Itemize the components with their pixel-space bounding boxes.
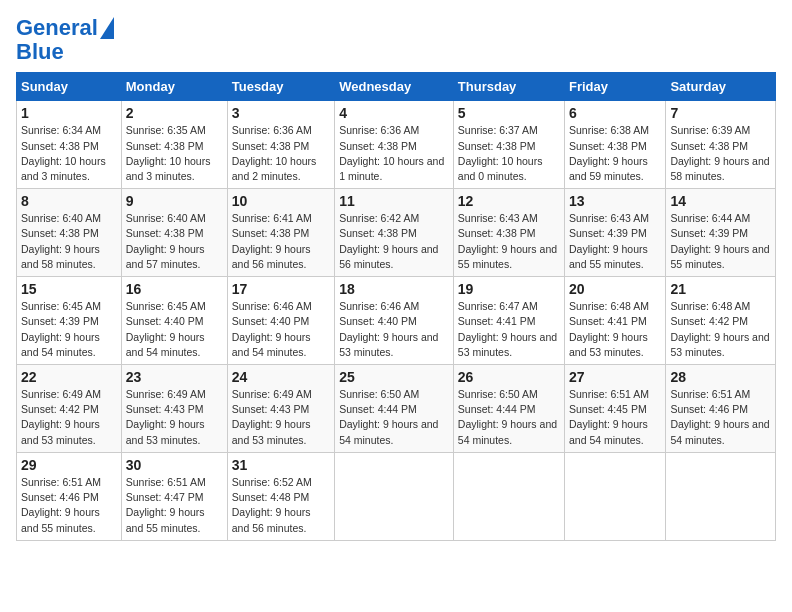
day-info: Sunrise: 6:35 AMSunset: 4:38 PMDaylight:…: [126, 124, 211, 182]
day-info: Sunrise: 6:46 AMSunset: 4:40 PMDaylight:…: [339, 300, 438, 358]
col-header-saturday: Saturday: [666, 73, 776, 101]
day-number: 1: [21, 105, 117, 121]
day-info: Sunrise: 6:34 AMSunset: 4:38 PMDaylight:…: [21, 124, 106, 182]
day-cell: [666, 452, 776, 540]
col-header-tuesday: Tuesday: [227, 73, 334, 101]
day-info: Sunrise: 6:41 AMSunset: 4:38 PMDaylight:…: [232, 212, 312, 270]
day-number: 7: [670, 105, 771, 121]
day-cell: 12 Sunrise: 6:43 AMSunset: 4:38 PMDaylig…: [453, 189, 564, 277]
day-info: Sunrise: 6:49 AMSunset: 4:43 PMDaylight:…: [126, 388, 206, 446]
day-info: Sunrise: 6:38 AMSunset: 4:38 PMDaylight:…: [569, 124, 649, 182]
day-info: Sunrise: 6:40 AMSunset: 4:38 PMDaylight:…: [126, 212, 206, 270]
day-number: 11: [339, 193, 449, 209]
day-info: Sunrise: 6:39 AMSunset: 4:38 PMDaylight:…: [670, 124, 769, 182]
day-cell: 26 Sunrise: 6:50 AMSunset: 4:44 PMDaylig…: [453, 365, 564, 453]
day-cell: 10 Sunrise: 6:41 AMSunset: 4:38 PMDaylig…: [227, 189, 334, 277]
day-number: 19: [458, 281, 560, 297]
day-cell: 16 Sunrise: 6:45 AMSunset: 4:40 PMDaylig…: [121, 277, 227, 365]
col-header-sunday: Sunday: [17, 73, 122, 101]
day-cell: 1 Sunrise: 6:34 AMSunset: 4:38 PMDayligh…: [17, 101, 122, 189]
logo-general: General: [16, 15, 98, 40]
day-info: Sunrise: 6:36 AMSunset: 4:38 PMDaylight:…: [232, 124, 317, 182]
day-cell: 13 Sunrise: 6:43 AMSunset: 4:39 PMDaylig…: [565, 189, 666, 277]
day-number: 13: [569, 193, 661, 209]
header-row: SundayMondayTuesdayWednesdayThursdayFrid…: [17, 73, 776, 101]
day-number: 20: [569, 281, 661, 297]
day-cell: 2 Sunrise: 6:35 AMSunset: 4:38 PMDayligh…: [121, 101, 227, 189]
day-number: 6: [569, 105, 661, 121]
day-cell: 14 Sunrise: 6:44 AMSunset: 4:39 PMDaylig…: [666, 189, 776, 277]
day-info: Sunrise: 6:43 AMSunset: 4:38 PMDaylight:…: [458, 212, 557, 270]
day-info: Sunrise: 6:50 AMSunset: 4:44 PMDaylight:…: [458, 388, 557, 446]
day-number: 9: [126, 193, 223, 209]
day-cell: 28 Sunrise: 6:51 AMSunset: 4:46 PMDaylig…: [666, 365, 776, 453]
week-row-1: 1 Sunrise: 6:34 AMSunset: 4:38 PMDayligh…: [17, 101, 776, 189]
day-cell: [453, 452, 564, 540]
day-cell: 4 Sunrise: 6:36 AMSunset: 4:38 PMDayligh…: [335, 101, 454, 189]
day-info: Sunrise: 6:36 AMSunset: 4:38 PMDaylight:…: [339, 124, 444, 182]
week-row-2: 8 Sunrise: 6:40 AMSunset: 4:38 PMDayligh…: [17, 189, 776, 277]
day-number: 16: [126, 281, 223, 297]
day-cell: 15 Sunrise: 6:45 AMSunset: 4:39 PMDaylig…: [17, 277, 122, 365]
day-info: Sunrise: 6:44 AMSunset: 4:39 PMDaylight:…: [670, 212, 769, 270]
week-row-4: 22 Sunrise: 6:49 AMSunset: 4:42 PMDaylig…: [17, 365, 776, 453]
day-cell: 25 Sunrise: 6:50 AMSunset: 4:44 PMDaylig…: [335, 365, 454, 453]
day-info: Sunrise: 6:43 AMSunset: 4:39 PMDaylight:…: [569, 212, 649, 270]
day-info: Sunrise: 6:51 AMSunset: 4:45 PMDaylight:…: [569, 388, 649, 446]
day-info: Sunrise: 6:49 AMSunset: 4:42 PMDaylight:…: [21, 388, 101, 446]
day-info: Sunrise: 6:48 AMSunset: 4:42 PMDaylight:…: [670, 300, 769, 358]
day-info: Sunrise: 6:45 AMSunset: 4:39 PMDaylight:…: [21, 300, 101, 358]
day-number: 8: [21, 193, 117, 209]
day-number: 29: [21, 457, 117, 473]
day-cell: 8 Sunrise: 6:40 AMSunset: 4:38 PMDayligh…: [17, 189, 122, 277]
day-cell: [565, 452, 666, 540]
day-info: Sunrise: 6:47 AMSunset: 4:41 PMDaylight:…: [458, 300, 557, 358]
day-info: Sunrise: 6:45 AMSunset: 4:40 PMDaylight:…: [126, 300, 206, 358]
day-number: 14: [670, 193, 771, 209]
day-cell: 23 Sunrise: 6:49 AMSunset: 4:43 PMDaylig…: [121, 365, 227, 453]
day-cell: 20 Sunrise: 6:48 AMSunset: 4:41 PMDaylig…: [565, 277, 666, 365]
col-header-thursday: Thursday: [453, 73, 564, 101]
col-header-wednesday: Wednesday: [335, 73, 454, 101]
day-info: Sunrise: 6:42 AMSunset: 4:38 PMDaylight:…: [339, 212, 438, 270]
day-cell: [335, 452, 454, 540]
day-number: 10: [232, 193, 330, 209]
day-number: 24: [232, 369, 330, 385]
day-cell: 17 Sunrise: 6:46 AMSunset: 4:40 PMDaylig…: [227, 277, 334, 365]
day-number: 18: [339, 281, 449, 297]
day-cell: 27 Sunrise: 6:51 AMSunset: 4:45 PMDaylig…: [565, 365, 666, 453]
day-cell: 6 Sunrise: 6:38 AMSunset: 4:38 PMDayligh…: [565, 101, 666, 189]
day-number: 15: [21, 281, 117, 297]
week-row-3: 15 Sunrise: 6:45 AMSunset: 4:39 PMDaylig…: [17, 277, 776, 365]
day-info: Sunrise: 6:51 AMSunset: 4:47 PMDaylight:…: [126, 476, 206, 534]
day-cell: 24 Sunrise: 6:49 AMSunset: 4:43 PMDaylig…: [227, 365, 334, 453]
logo: General Blue: [16, 16, 114, 64]
day-number: 28: [670, 369, 771, 385]
day-info: Sunrise: 6:37 AMSunset: 4:38 PMDaylight:…: [458, 124, 543, 182]
day-cell: 30 Sunrise: 6:51 AMSunset: 4:47 PMDaylig…: [121, 452, 227, 540]
calendar-table: SundayMondayTuesdayWednesdayThursdayFrid…: [16, 72, 776, 540]
day-info: Sunrise: 6:40 AMSunset: 4:38 PMDaylight:…: [21, 212, 101, 270]
day-number: 2: [126, 105, 223, 121]
week-row-5: 29 Sunrise: 6:51 AMSunset: 4:46 PMDaylig…: [17, 452, 776, 540]
day-number: 3: [232, 105, 330, 121]
col-header-monday: Monday: [121, 73, 227, 101]
day-cell: 5 Sunrise: 6:37 AMSunset: 4:38 PMDayligh…: [453, 101, 564, 189]
day-number: 17: [232, 281, 330, 297]
day-cell: 21 Sunrise: 6:48 AMSunset: 4:42 PMDaylig…: [666, 277, 776, 365]
day-number: 4: [339, 105, 449, 121]
day-cell: 31 Sunrise: 6:52 AMSunset: 4:48 PMDaylig…: [227, 452, 334, 540]
day-cell: 18 Sunrise: 6:46 AMSunset: 4:40 PMDaylig…: [335, 277, 454, 365]
day-cell: 22 Sunrise: 6:49 AMSunset: 4:42 PMDaylig…: [17, 365, 122, 453]
day-cell: 9 Sunrise: 6:40 AMSunset: 4:38 PMDayligh…: [121, 189, 227, 277]
day-cell: 7 Sunrise: 6:39 AMSunset: 4:38 PMDayligh…: [666, 101, 776, 189]
day-number: 23: [126, 369, 223, 385]
day-cell: 19 Sunrise: 6:47 AMSunset: 4:41 PMDaylig…: [453, 277, 564, 365]
day-number: 31: [232, 457, 330, 473]
day-info: Sunrise: 6:50 AMSunset: 4:44 PMDaylight:…: [339, 388, 438, 446]
day-number: 30: [126, 457, 223, 473]
col-header-friday: Friday: [565, 73, 666, 101]
day-number: 22: [21, 369, 117, 385]
logo-arrow-icon: [100, 17, 114, 39]
day-info: Sunrise: 6:49 AMSunset: 4:43 PMDaylight:…: [232, 388, 312, 446]
